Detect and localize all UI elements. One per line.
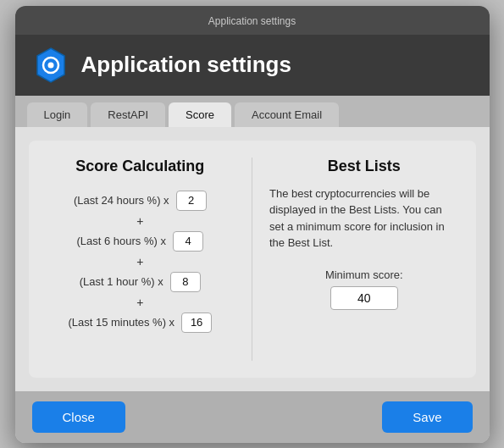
min-score-label: Minimum score: (325, 268, 403, 281)
svg-point-2 (47, 62, 53, 68)
plus-1: + (136, 214, 143, 228)
label-6h: (Last 6 hours %) x (77, 235, 167, 247)
title-bar-text: Application settings (208, 15, 296, 27)
header: Application settings (15, 35, 490, 96)
score-calculating-title: Score Calculating (75, 158, 204, 175)
best-lists-title: Best Lists (269, 158, 459, 175)
plus-2: + (136, 255, 143, 268)
best-lists-description: The best cryptocurrencies will be displa… (269, 185, 459, 252)
label-24h: (Last 24 hours %) x (74, 194, 169, 207)
formula: (Last 24 hours %) x 2 + (Last 6 hours %)… (68, 191, 212, 333)
app-icon (32, 47, 69, 84)
formula-row-15m: (Last 15 minutes %) x 16 (68, 312, 212, 333)
value-24h[interactable]: 2 (176, 191, 207, 211)
tab-login[interactable]: Login (27, 102, 88, 127)
content-area: Score Calculating (Last 24 hours %) x 2 … (15, 127, 490, 391)
close-button[interactable]: Close (32, 401, 125, 433)
tab-restapi[interactable]: RestAPI (91, 102, 165, 127)
header-title: Application settings (81, 52, 291, 78)
min-score-section: Minimum score: 40 (269, 268, 459, 310)
label-15m: (Last 15 minutes %) x (68, 316, 174, 329)
formula-row-1h: (Last 1 hour %) x 8 (80, 272, 201, 292)
value-1h[interactable]: 8 (170, 272, 201, 292)
value-6h[interactable]: 4 (173, 231, 203, 252)
tab-bar: Login RestAPI Score Account Email (15, 96, 490, 127)
value-15m[interactable]: 16 (181, 312, 212, 333)
save-button[interactable]: Save (382, 401, 472, 433)
application-window: Application settings Application setting… (15, 6, 490, 443)
tab-score[interactable]: Score (169, 102, 231, 127)
formula-row-6h: (Last 6 hours %) x 4 (77, 231, 204, 252)
title-bar: Application settings (15, 6, 490, 35)
footer: Close Save (15, 391, 490, 443)
plus-3: + (136, 296, 143, 309)
tab-account-email[interactable]: Account Email (235, 102, 339, 127)
best-lists-panel: Best Lists The best cryptocurrencies wil… (252, 158, 459, 361)
min-score-input[interactable]: 40 (330, 286, 398, 310)
content-inner: Score Calculating (Last 24 hours %) x 2 … (29, 141, 476, 378)
formula-row-24h: (Last 24 hours %) x 2 (74, 191, 207, 211)
label-1h: (Last 1 hour %) x (80, 275, 163, 288)
score-calculating-panel: Score Calculating (Last 24 hours %) x 2 … (46, 158, 253, 361)
